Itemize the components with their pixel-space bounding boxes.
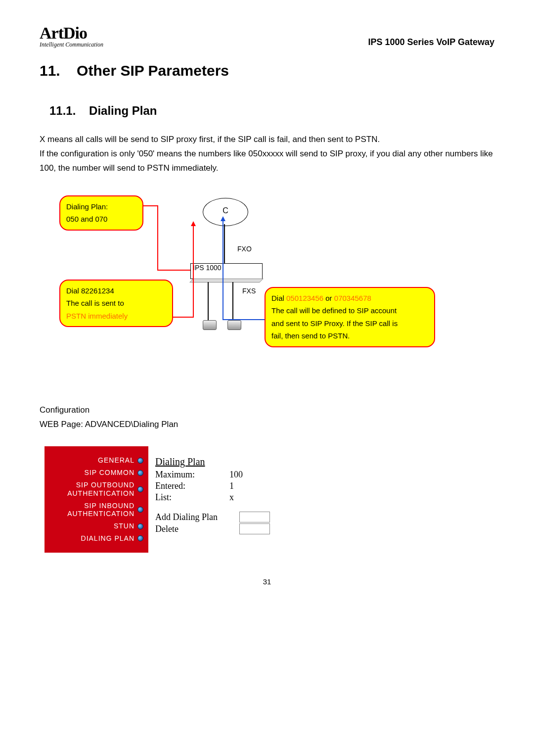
add-dialing-plan-input[interactable]: [239, 512, 270, 522]
phone-icon: [203, 320, 217, 330]
fxs-label: FXS: [242, 287, 256, 295]
section-title: Other SIP Parameters: [77, 62, 229, 79]
pstn-arrow-line: [193, 225, 194, 317]
form-row-entered: Entered: 1: [155, 481, 270, 491]
config-panel: GENERAL SIP COMMON SIP OUTBOUND AUTHENTI…: [44, 446, 494, 552]
sip-arrow-head-icon: [221, 216, 225, 221]
form-row-list: List: x: [155, 492, 270, 503]
pstn-arrow-line: [173, 317, 194, 318]
bullet-icon: [137, 470, 143, 476]
device-box: IPS 1000: [190, 263, 263, 279]
sidebar-menu: GENERAL SIP COMMON SIP OUTBOUND AUTHENTI…: [44, 446, 148, 552]
subsection-number: 11.1.: [49, 104, 76, 117]
logo-tagline: Intelligent Communication: [40, 42, 103, 47]
device-shadow: [189, 279, 264, 283]
form-row-maximum: Maximum: 100: [155, 470, 270, 480]
connector-line: [208, 282, 209, 321]
connector-line: [232, 282, 233, 321]
callout-pstn: Dial 82261234 The call is sent to PSTN i…: [59, 280, 173, 328]
menu-item-dialing-plan[interactable]: DIALING PLAN: [49, 534, 143, 543]
document-title: IPS 1000 Series VoIP Gateway: [368, 37, 495, 47]
sip-arrow-line: [222, 220, 223, 319]
menu-item-general[interactable]: GENERAL: [49, 456, 143, 465]
bullet-icon: [137, 458, 143, 464]
form-row-add: Add Dialing Plan: [155, 512, 270, 522]
menu-item-sip-outbound[interactable]: SIP OUTBOUND AUTHENTICATION: [49, 481, 143, 498]
menu-item-sip-common[interactable]: SIP COMMON: [49, 469, 143, 477]
page-number: 31: [40, 577, 494, 586]
connector-line: [224, 224, 225, 264]
callout-sip: Dial 050123456 or 070345678 The call wil…: [265, 287, 435, 347]
phone-icon: [227, 320, 241, 330]
section-heading: 11. Other SIP Parameters: [40, 62, 494, 79]
logo-text: ArtDio: [40, 25, 103, 42]
menu-item-stun[interactable]: STUN: [49, 522, 143, 530]
header: ArtDio Intelligent Communication IPS 100…: [40, 25, 494, 47]
logo: ArtDio Intelligent Communication: [40, 25, 103, 47]
bullet-icon: [137, 523, 143, 529]
form-row-delete: Delete: [155, 523, 270, 534]
connector-line: [143, 205, 158, 206]
section-number: 11.: [40, 62, 60, 79]
dialing-plan-diagram: Dialing Plan: 050 and 070 C FXO IPS 1000…: [59, 190, 445, 383]
form-title: Dialing Plan: [155, 456, 270, 468]
fxo-label: FXO: [237, 245, 252, 253]
bullet-icon: [137, 507, 143, 513]
dialing-plan-form: Dialing Plan Maximum: 100 Entered: 1 Lis…: [148, 446, 275, 552]
bullet-icon: [137, 535, 143, 541]
bullet-icon: [137, 486, 143, 492]
connector-line: [157, 205, 158, 270]
subsection-title: Dialing Plan: [89, 104, 157, 117]
paragraph: X means all calls will be send to SIP pr…: [40, 133, 494, 176]
delete-input[interactable]: [239, 523, 270, 534]
cloud-node: C: [203, 198, 248, 226]
callout-dialing-plan: Dialing Plan: 050 and 070: [59, 195, 143, 231]
subsection-heading: 11.1. Dialing Plan: [49, 104, 494, 118]
menu-item-sip-inbound[interactable]: SIP INBOUND AUTHENTICATION: [49, 502, 143, 519]
connector-line: [157, 270, 192, 271]
configuration-text: Configuration WEB Page: ADVANCED\Dialing…: [40, 403, 494, 432]
pstn-arrow-head-icon: [191, 221, 196, 226]
